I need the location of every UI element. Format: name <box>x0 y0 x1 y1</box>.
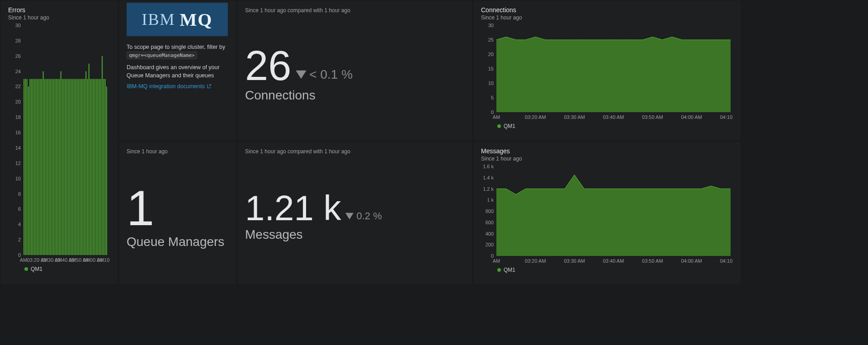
legend-item[interactable]: QM1 <box>497 267 515 273</box>
svg-rect-91 <box>103 79 104 255</box>
svg-text:03:30 AM: 03:30 AM <box>564 258 585 264</box>
svg-text:400: 400 <box>486 231 494 236</box>
logo: IBM MQ <box>127 3 228 36</box>
svg-rect-62 <box>61 71 61 255</box>
svg-text:2: 2 <box>18 237 21 242</box>
svg-text:04:00 AM: 04:00 AM <box>681 114 702 120</box>
external-link-icon <box>207 84 211 89</box>
svg-text:14: 14 <box>15 145 21 151</box>
svg-text:4: 4 <box>18 222 21 227</box>
svg-rect-69 <box>71 79 71 255</box>
svg-rect-86 <box>96 79 97 255</box>
messages-label: Messages <box>245 227 465 242</box>
svg-rect-89 <box>100 79 101 255</box>
connections-value: 26 <box>245 45 291 86</box>
messages-stat-panel: Since 1 hour ago compared with 1 hour ag… <box>238 142 472 284</box>
messages-value: 1.21 k <box>245 190 341 226</box>
qm-value: 1 <box>127 183 154 233</box>
panel-title: Connections <box>481 6 733 14</box>
svg-rect-71 <box>74 79 75 255</box>
legend-dot-icon <box>497 124 501 128</box>
svg-rect-45 <box>35 79 36 255</box>
panel-subtitle: Since 1 hour ago <box>481 14 733 21</box>
panel-subtitle: Since 1 hour ago <box>481 156 733 162</box>
svg-text:6: 6 <box>18 206 21 212</box>
svg-rect-87 <box>97 79 98 255</box>
svg-rect-85 <box>94 79 95 255</box>
svg-rect-61 <box>59 79 60 255</box>
svg-text:03:40 AM: 03:40 AM <box>603 114 624 120</box>
svg-rect-79 <box>85 71 86 255</box>
svg-rect-92 <box>104 79 105 255</box>
svg-text:20: 20 <box>15 99 21 104</box>
docs-link[interactable]: IBM-MQ integration documents <box>127 83 211 90</box>
svg-text:03:50 AM: 03:50 AM <box>642 258 663 264</box>
svg-rect-74 <box>78 79 79 255</box>
panel-title: Messages <box>481 147 733 155</box>
scope-text: To scope page to single cluster, filter … <box>127 43 229 59</box>
connections-chart[interactable]: 051015202530AM03:20 AM03:30 AM03:40 AM03… <box>481 24 733 120</box>
svg-text:1.4 k: 1.4 k <box>483 175 494 180</box>
svg-rect-66 <box>66 79 67 255</box>
svg-rect-67 <box>68 79 69 255</box>
svg-rect-59 <box>56 79 57 255</box>
svg-rect-90 <box>102 56 103 255</box>
svg-rect-40 <box>28 86 29 255</box>
messages-chart[interactable]: 02004006008001 k1.2 k1.4 k1.6 kAM03:20 A… <box>481 165 733 264</box>
svg-rect-80 <box>87 79 88 255</box>
svg-text:30: 30 <box>488 24 494 28</box>
svg-text:24: 24 <box>15 69 21 74</box>
svg-rect-58 <box>55 79 56 255</box>
messages-trend: 0.2 % <box>344 210 382 222</box>
panel-subtitle: Since 1 hour ago <box>127 148 229 155</box>
svg-text:600: 600 <box>486 220 494 225</box>
svg-text:03:50 AM: 03:50 AM <box>642 114 663 120</box>
svg-rect-42 <box>31 79 32 255</box>
connections-label: Connections <box>245 88 465 103</box>
svg-rect-47 <box>38 79 39 255</box>
svg-rect-60 <box>57 79 58 255</box>
svg-rect-54 <box>48 79 49 255</box>
svg-text:200: 200 <box>486 242 494 247</box>
svg-rect-55 <box>50 79 51 255</box>
panel-title: Errors <box>8 6 110 14</box>
svg-rect-56 <box>52 79 52 255</box>
svg-rect-44 <box>34 79 35 255</box>
svg-text:03:30 AM: 03:30 AM <box>564 114 585 120</box>
svg-rect-75 <box>80 79 80 255</box>
svg-text:AM: AM <box>493 114 500 120</box>
svg-rect-73 <box>76 79 77 255</box>
svg-rect-84 <box>93 79 94 255</box>
svg-text:04:10 AM: 04:10 AM <box>97 257 110 263</box>
svg-text:1.6 k: 1.6 k <box>483 165 494 169</box>
svg-rect-63 <box>62 79 63 255</box>
legend-item[interactable]: QM1 <box>497 123 515 129</box>
svg-text:15: 15 <box>488 66 494 71</box>
svg-text:18: 18 <box>15 114 21 120</box>
svg-rect-41 <box>29 79 30 255</box>
svg-rect-70 <box>72 79 73 255</box>
svg-text:10: 10 <box>15 176 21 181</box>
svg-rect-83 <box>91 79 92 255</box>
svg-rect-68 <box>69 79 70 255</box>
svg-rect-81 <box>89 64 90 255</box>
svg-text:25: 25 <box>488 37 494 43</box>
svg-rect-49 <box>41 79 42 255</box>
svg-text:03:20 AM: 03:20 AM <box>525 114 546 120</box>
svg-text:AM: AM <box>20 257 28 263</box>
logo-ibm-text: IBM <box>142 10 175 29</box>
svg-text:20: 20 <box>488 52 494 57</box>
svg-text:1 k: 1 k <box>487 197 494 203</box>
errors-chart[interactable]: 024681012141618202224262830AM03:20 AM03:… <box>8 24 110 263</box>
legend-item[interactable]: QM1 <box>24 266 42 272</box>
info-panel: IBM MQ To scope page to single cluster, … <box>119 1 236 140</box>
svg-text:30: 30 <box>15 24 21 28</box>
connections-stat-panel: Since 1 hour ago compared with 1 hour ag… <box>238 1 472 140</box>
svg-text:5: 5 <box>491 95 494 100</box>
svg-rect-76 <box>81 79 82 255</box>
panel-subtitle: Since 1 hour ago <box>8 14 110 21</box>
svg-text:1.2 k: 1.2 k <box>483 186 494 192</box>
scope-code: qmgr=<queueManageName> <box>127 52 197 59</box>
svg-rect-50 <box>42 71 43 255</box>
svg-text:03:40 AM: 03:40 AM <box>603 258 624 264</box>
